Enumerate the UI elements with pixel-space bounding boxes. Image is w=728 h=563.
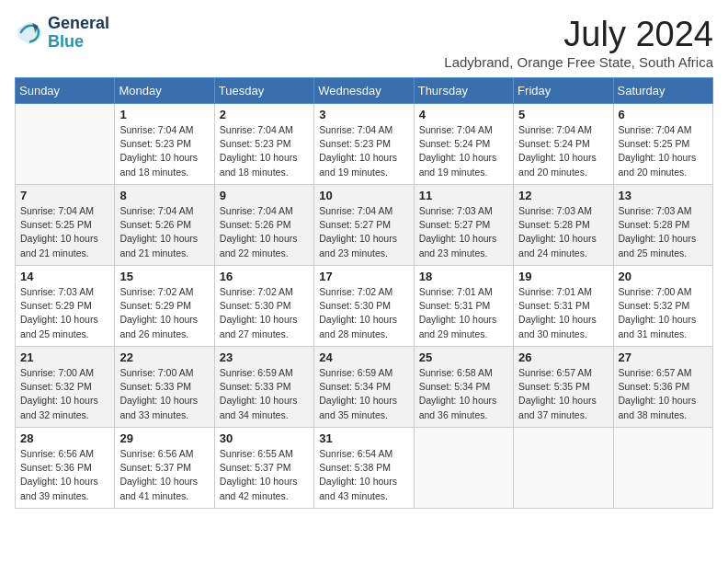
day-number: 9 [220,189,309,202]
calendar-table: SundayMondayTuesdayWednesdayThursdayFrid… [15,77,713,509]
day-info: Sunrise: 7:03 AMSunset: 5:27 PMDaylight:… [419,204,508,260]
day-number: 31 [319,431,408,445]
day-number: 8 [119,189,209,202]
day-info: Sunrise: 7:04 AMSunset: 5:25 PMDaylight:… [20,204,109,260]
calendar-cell: 19Sunrise: 7:01 AMSunset: 5:31 PMDayligh… [514,266,613,347]
calendar-cell: 24Sunrise: 6:59 AMSunset: 5:34 PMDayligh… [314,347,414,428]
calendar-cell: 13Sunrise: 7:03 AMSunset: 5:28 PMDayligh… [613,185,712,266]
calendar-cell: 20Sunrise: 7:00 AMSunset: 5:32 PMDayligh… [613,266,712,347]
calendar-cell: 31Sunrise: 6:54 AMSunset: 5:38 PMDayligh… [314,428,414,509]
day-header-wednesday: Wednesday [314,78,414,104]
title-section: July 2024 Ladybrand, Orange Free State, … [444,15,713,70]
day-number: 28 [20,431,109,445]
calendar-cell: 10Sunrise: 7:04 AMSunset: 5:27 PMDayligh… [314,185,414,266]
calendar-cell: 15Sunrise: 7:02 AMSunset: 5:29 PMDayligh… [115,266,214,347]
day-info: Sunrise: 6:56 AMSunset: 5:37 PMDaylight:… [119,447,209,503]
calendar-cell [414,428,513,509]
calendar-subtitle: Ladybrand, Orange Free State, South Afri… [444,54,713,70]
day-info: Sunrise: 7:04 AMSunset: 5:24 PMDaylight:… [518,123,608,179]
day-number: 7 [20,189,109,202]
day-header-sunday: Sunday [16,78,115,104]
calendar-cell [514,428,613,509]
day-info: Sunrise: 7:04 AMSunset: 5:26 PMDaylight:… [220,204,309,260]
day-header-thursday: Thursday [414,78,513,104]
day-info: Sunrise: 7:00 AMSunset: 5:32 PMDaylight:… [619,285,708,341]
calendar-cell: 28Sunrise: 6:56 AMSunset: 5:36 PMDayligh… [16,428,115,509]
day-number: 15 [119,270,209,283]
calendar-cell: 16Sunrise: 7:02 AMSunset: 5:30 PMDayligh… [214,266,313,347]
day-number: 11 [419,189,508,202]
day-header-monday: Monday [115,78,214,104]
day-info: Sunrise: 7:04 AMSunset: 5:26 PMDaylight:… [119,204,209,260]
day-number: 17 [319,270,408,283]
day-info: Sunrise: 7:02 AMSunset: 5:30 PMDaylight:… [319,285,408,341]
day-info: Sunrise: 7:04 AMSunset: 5:23 PMDaylight:… [319,123,408,179]
day-number: 23 [220,350,309,364]
calendar-cell: 2Sunrise: 7:04 AMSunset: 5:23 PMDaylight… [214,104,313,185]
day-info: Sunrise: 7:02 AMSunset: 5:30 PMDaylight:… [220,285,309,341]
day-header-friday: Friday [514,78,613,104]
calendar-cell: 8Sunrise: 7:04 AMSunset: 5:26 PMDaylight… [115,185,214,266]
day-number: 14 [20,270,109,283]
calendar-cell: 25Sunrise: 6:58 AMSunset: 5:34 PMDayligh… [414,347,513,428]
day-info: Sunrise: 7:03 AMSunset: 5:28 PMDaylight:… [619,204,708,260]
day-number: 5 [518,108,608,121]
day-number: 1 [119,108,209,121]
calendar-cell: 27Sunrise: 6:57 AMSunset: 5:36 PMDayligh… [613,347,712,428]
day-number: 2 [220,108,309,121]
day-number: 21 [20,350,109,364]
calendar-cell: 7Sunrise: 7:04 AMSunset: 5:25 PMDaylight… [16,185,115,266]
day-info: Sunrise: 7:03 AMSunset: 5:29 PMDaylight:… [20,285,109,341]
day-info: Sunrise: 7:01 AMSunset: 5:31 PMDaylight:… [518,285,608,341]
day-number: 26 [518,350,608,364]
day-number: 13 [619,189,708,202]
day-number: 22 [119,350,209,364]
day-info: Sunrise: 7:04 AMSunset: 5:24 PMDaylight:… [419,123,508,179]
day-number: 30 [220,431,309,445]
calendar-cell: 22Sunrise: 7:00 AMSunset: 5:33 PMDayligh… [115,347,214,428]
day-info: Sunrise: 6:59 AMSunset: 5:34 PMDaylight:… [319,366,408,422]
calendar-cell: 17Sunrise: 7:02 AMSunset: 5:30 PMDayligh… [314,266,414,347]
calendar-cell: 3Sunrise: 7:04 AMSunset: 5:23 PMDaylight… [314,104,414,185]
page-header: General Blue July 2024 Ladybrand, Orange… [15,15,713,70]
calendar-cell: 12Sunrise: 7:03 AMSunset: 5:28 PMDayligh… [514,185,613,266]
calendar-week-row: 1Sunrise: 7:04 AMSunset: 5:23 PMDaylight… [16,104,713,185]
day-info: Sunrise: 7:04 AMSunset: 5:27 PMDaylight:… [319,204,408,260]
calendar-cell: 18Sunrise: 7:01 AMSunset: 5:31 PMDayligh… [414,266,513,347]
day-info: Sunrise: 7:02 AMSunset: 5:29 PMDaylight:… [119,285,209,341]
day-info: Sunrise: 6:54 AMSunset: 5:38 PMDaylight:… [319,447,408,503]
calendar-cell: 9Sunrise: 7:04 AMSunset: 5:26 PMDaylight… [214,185,313,266]
logo-icon [15,18,44,48]
calendar-cell: 11Sunrise: 7:03 AMSunset: 5:27 PMDayligh… [414,185,513,266]
calendar-cell: 5Sunrise: 7:04 AMSunset: 5:24 PMDaylight… [514,104,613,185]
day-number: 10 [319,189,408,202]
calendar-cell: 1Sunrise: 7:04 AMSunset: 5:23 PMDaylight… [115,104,214,185]
day-number: 20 [619,270,708,283]
day-number: 19 [518,270,608,283]
logo: General Blue [15,15,109,52]
day-info: Sunrise: 6:58 AMSunset: 5:34 PMDaylight:… [419,366,508,422]
day-number: 12 [518,189,608,202]
calendar-week-row: 14Sunrise: 7:03 AMSunset: 5:29 PMDayligh… [16,266,713,347]
day-info: Sunrise: 6:59 AMSunset: 5:33 PMDaylight:… [220,366,309,422]
calendar-cell: 23Sunrise: 6:59 AMSunset: 5:33 PMDayligh… [214,347,313,428]
calendar-cell: 14Sunrise: 7:03 AMSunset: 5:29 PMDayligh… [16,266,115,347]
calendar-cell: 30Sunrise: 6:55 AMSunset: 5:37 PMDayligh… [214,428,313,509]
day-info: Sunrise: 7:01 AMSunset: 5:31 PMDaylight:… [419,285,508,341]
calendar-cell: 26Sunrise: 6:57 AMSunset: 5:35 PMDayligh… [514,347,613,428]
day-number: 6 [619,108,708,121]
calendar-cell: 29Sunrise: 6:56 AMSunset: 5:37 PMDayligh… [115,428,214,509]
calendar-cell [16,104,115,185]
calendar-cell: 6Sunrise: 7:04 AMSunset: 5:25 PMDaylight… [613,104,712,185]
day-info: Sunrise: 7:04 AMSunset: 5:23 PMDaylight:… [119,123,209,179]
calendar-week-row: 21Sunrise: 7:00 AMSunset: 5:32 PMDayligh… [16,347,713,428]
day-info: Sunrise: 6:56 AMSunset: 5:36 PMDaylight:… [20,447,109,503]
calendar-title: July 2024 [444,15,713,54]
day-number: 3 [319,108,408,121]
calendar-cell: 21Sunrise: 7:00 AMSunset: 5:32 PMDayligh… [16,347,115,428]
day-info: Sunrise: 6:57 AMSunset: 5:35 PMDaylight:… [518,366,608,422]
day-number: 27 [619,350,708,364]
day-info: Sunrise: 6:57 AMSunset: 5:36 PMDaylight:… [619,366,708,422]
day-info: Sunrise: 7:04 AMSunset: 5:25 PMDaylight:… [619,123,708,179]
calendar-cell: 4Sunrise: 7:04 AMSunset: 5:24 PMDaylight… [414,104,513,185]
